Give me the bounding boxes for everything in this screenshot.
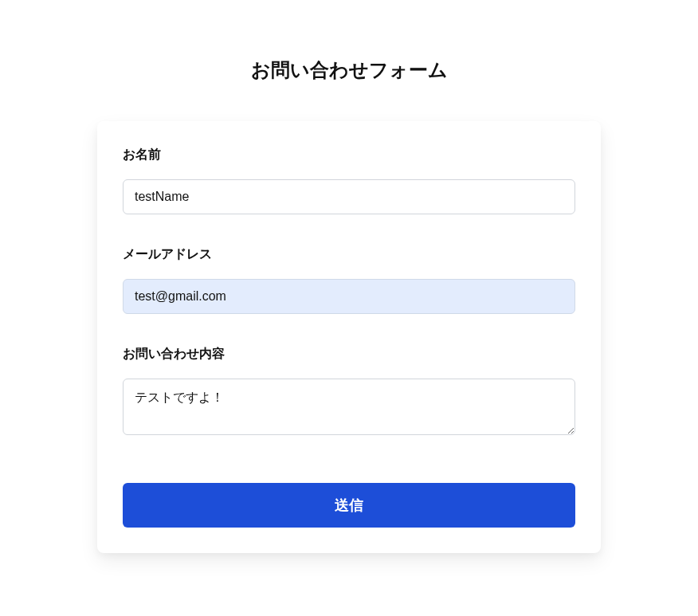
email-label: メールアドレス: [123, 246, 575, 263]
name-input[interactable]: [123, 179, 575, 214]
name-label: お名前: [123, 147, 575, 163]
page-title: お問い合わせフォーム: [251, 57, 448, 83]
message-label: お問い合わせ内容: [123, 346, 575, 363]
name-field-group: お名前: [123, 147, 575, 214]
message-textarea[interactable]: [123, 379, 575, 435]
submit-button[interactable]: 送信: [123, 483, 575, 528]
email-field-group: メールアドレス: [123, 246, 575, 314]
email-input[interactable]: [123, 279, 575, 314]
contact-form-card: お名前 メールアドレス お問い合わせ内容 送信: [97, 121, 601, 553]
message-field-group: お問い合わせ内容: [123, 346, 575, 438]
